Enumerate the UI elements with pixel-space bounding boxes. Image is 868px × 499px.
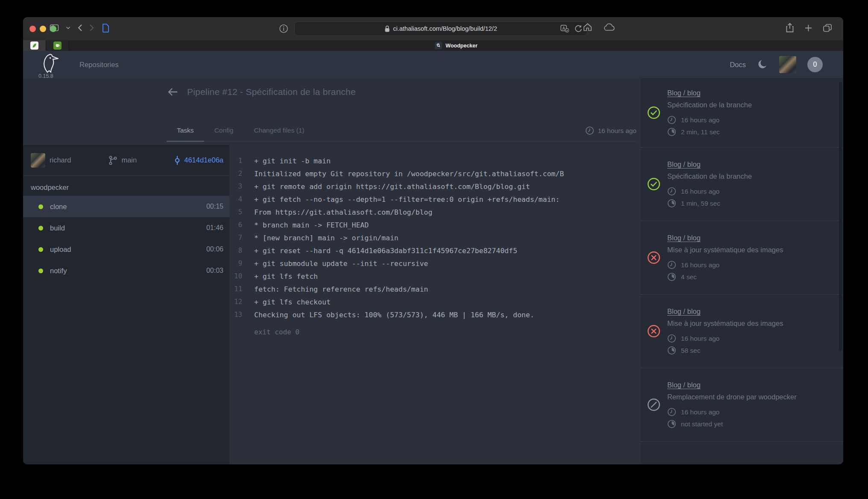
tab-config[interactable]: Config <box>204 127 244 141</box>
forward-button[interactable] <box>89 24 94 32</box>
task-row-upload[interactable]: upload 00:06 <box>23 239 229 260</box>
duration-icon <box>667 127 676 136</box>
page-favicon-icon[interactable] <box>101 23 110 33</box>
commit-hash: 4614d1e06a <box>184 156 223 164</box>
log-line-text: + git init -b main <box>254 157 331 165</box>
branch-icon <box>108 155 117 165</box>
task-group-label: woodpecker <box>23 183 229 192</box>
cloud-icon[interactable] <box>604 23 615 32</box>
exit-code-label: exit code 0 <box>254 328 641 336</box>
url-text: ci.athaliasoft.com/Blog/blog/build/12/2 <box>393 25 497 32</box>
pipeline-tabs: Tasks Config Changed files (1) 16 hours … <box>167 126 636 142</box>
build-entry[interactable]: Blog / blog Remplacement de drone par wo… <box>641 368 843 442</box>
author-avatar <box>31 153 45 168</box>
log-line-text: Checking out LFS objects: 100% (573/573)… <box>254 311 534 319</box>
dark-mode-moon-icon[interactable] <box>757 59 768 70</box>
nav-repositories-link[interactable]: Repositories <box>79 61 119 69</box>
check-circle-icon <box>647 106 660 119</box>
user-avatar[interactable] <box>779 56 796 73</box>
repo-link[interactable]: Blog / blog <box>667 234 701 242</box>
build-entry[interactable]: Blog / blog Spécification de la branche … <box>641 148 843 221</box>
log-output: 1+ git init -b main 2Initialized empty G… <box>229 145 641 464</box>
commit-link[interactable]: 4614d1e06a <box>174 155 223 165</box>
build-message: Mise à jour systématique des images <box>667 319 834 328</box>
svg-text:A: A <box>562 26 565 31</box>
build-entry[interactable]: Blog / blog Remplacement de drone par wo… <box>641 442 843 464</box>
share-icon[interactable] <box>786 23 794 33</box>
clock-icon <box>585 126 594 135</box>
status-dot-icon <box>38 226 43 230</box>
log-line-text: + git submodule update --init --recursiv… <box>254 260 428 268</box>
status-dot-icon <box>38 204 43 209</box>
build-message: Mise à jour systématique des images <box>667 246 834 254</box>
clock-icon <box>667 187 676 196</box>
author-name: richard <box>50 156 71 164</box>
sidebar-toggle-icon[interactable] <box>50 24 59 32</box>
gitea-favicon-icon <box>53 41 62 50</box>
repo-link[interactable]: Blog / blog <box>667 307 701 315</box>
duration-icon <box>667 199 676 208</box>
duration-icon <box>667 419 676 428</box>
clock-icon <box>667 334 676 343</box>
pipeline-header: Pipeline #12 - Spécification de la branc… <box>23 78 641 145</box>
pipeline-time-ago: 16 hours ago <box>598 127 637 135</box>
status-dot-icon <box>38 269 43 273</box>
lock-icon <box>384 25 390 32</box>
build-entry[interactable]: Blog / blog Mise à jour systématique des… <box>641 295 843 368</box>
build-entry[interactable]: Blog / blog Spécification de la branche … <box>641 78 843 148</box>
translate-icon[interactable]: A <box>560 25 569 32</box>
tab-changed-files[interactable]: Changed files (1) <box>243 127 314 141</box>
slash-circle-icon <box>647 398 660 411</box>
tab-overview-icon[interactable] <box>823 23 832 33</box>
build-entry[interactable]: Blog / blog Mise à jour systématique des… <box>641 221 843 295</box>
sidebar-scrollbar[interactable] <box>839 82 842 351</box>
builds-sidebar: Blog / blog Spécification de la branche … <box>641 78 843 464</box>
clock-icon <box>667 115 676 124</box>
pinned-tab-leaf[interactable] <box>23 40 46 51</box>
woodpecker-favicon-icon <box>435 42 442 49</box>
woodpecker-header: 0.15.8 Repositories Docs 0 <box>23 51 843 78</box>
minimize-window-button[interactable] <box>40 26 46 32</box>
task-row-notify[interactable]: notify 00:03 <box>23 260 229 281</box>
reload-icon[interactable] <box>575 25 582 32</box>
docs-link[interactable]: Docs <box>730 61 746 69</box>
x-circle-icon <box>647 251 660 264</box>
info-icon[interactable] <box>279 24 288 33</box>
tab-tasks[interactable]: Tasks <box>167 127 204 141</box>
url-bar[interactable]: ci.athaliasoft.com/Blog/blog/build/12/2 … <box>294 21 587 36</box>
check-circle-icon <box>647 177 660 191</box>
notification-badge[interactable]: 0 <box>807 57 823 72</box>
home-icon[interactable] <box>583 23 592 32</box>
back-arrow-icon[interactable] <box>167 87 179 97</box>
log-line-text: + git reset --hard -q 4614d1e06a3dabf311… <box>254 247 517 255</box>
log-line-text: * [new branch] main -> origin/main <box>254 234 399 242</box>
pinned-tab-gitea[interactable] <box>46 40 69 51</box>
tasks-panel: richard main 4614d1e06a <box>23 145 229 464</box>
task-row-build[interactable]: build 01:46 <box>23 217 229 239</box>
repo-link[interactable]: Blog / blog <box>667 381 701 389</box>
clock-icon <box>667 407 676 416</box>
browser-tab-strip: Woodpecker <box>23 40 843 51</box>
build-message: Spécification de la branche <box>667 172 834 180</box>
x-circle-icon <box>647 325 660 338</box>
repo-link[interactable]: Blog / blog <box>667 89 701 97</box>
status-dot-icon <box>38 247 43 252</box>
woodpecker-logo[interactable]: 0.15.8 <box>40 53 62 78</box>
log-line-text: + git remote add origin https://git.atha… <box>254 183 530 191</box>
new-tab-icon[interactable] <box>804 23 812 33</box>
close-window-button[interactable] <box>29 26 36 32</box>
log-line-text: From https://git.athaliasoft.com/Blog/bl… <box>254 208 432 216</box>
commit-icon <box>174 155 181 165</box>
clock-icon <box>667 260 676 269</box>
repo-link[interactable]: Blog / blog <box>667 160 701 168</box>
duration-icon <box>667 346 676 355</box>
log-line-text: * branch main -> FETCH_HEAD <box>254 221 369 229</box>
chevron-down-icon[interactable] <box>66 26 70 30</box>
log-line-text: + git fetch --no-tags --depth=1 --filter… <box>254 195 560 204</box>
log-line-text: Initialized empty Git repository in /woo… <box>254 170 564 178</box>
active-tab-woodpecker[interactable]: Woodpecker <box>69 40 843 51</box>
task-row-clone[interactable]: clone 00:15 <box>23 196 229 217</box>
back-button[interactable] <box>77 24 82 32</box>
log-line-text: + git lfs checkout <box>254 298 331 306</box>
browser-window: ci.athaliasoft.com/Blog/blog/build/12/2 … <box>23 17 843 464</box>
